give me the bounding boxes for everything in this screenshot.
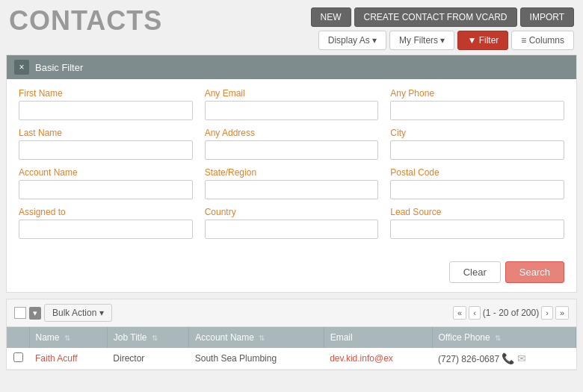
filter-field-any-email: Any Email xyxy=(205,88,379,120)
office-phone-sort-icon: ⇅ xyxy=(495,334,501,342)
row-account-name-cell: South Sea Plumbing xyxy=(189,348,324,370)
contact-table: Name ⇅ Job Title ⇅ Account Name ⇅ Email … xyxy=(7,327,576,370)
account-name-input[interactable] xyxy=(19,180,193,199)
search-button[interactable]: Search xyxy=(505,261,564,283)
toolbar-right: « ‹ (1 - 20 of 200) › » xyxy=(453,306,569,320)
col-header-checkbox xyxy=(7,327,29,348)
my-filters-button[interactable]: My Filters ▾ xyxy=(389,31,454,50)
any-email-label: Any Email xyxy=(205,88,379,99)
header-top-row: NEW CREATE CONTACT FROM VCARD IMPORT xyxy=(311,7,574,27)
state-region-label: State/Region xyxy=(205,167,379,178)
any-email-input[interactable] xyxy=(205,101,379,120)
row-checkbox-cell xyxy=(7,348,29,370)
row-phone-icon[interactable]: 📞 xyxy=(502,352,514,364)
page-header: CONTACTS NEW CREATE CONTACT FROM VCARD I… xyxy=(0,0,583,55)
country-label: Country xyxy=(205,207,379,217)
table-row: Faith Acuff Director South Sea Plumbing … xyxy=(7,348,576,370)
postal-code-input[interactable] xyxy=(390,180,564,199)
bulk-action-button[interactable]: Bulk Action ▾ xyxy=(44,304,112,322)
account-name-label: Account Name xyxy=(19,167,193,178)
account-name-sort-icon: ⇅ xyxy=(259,334,265,342)
columns-button[interactable]: ≡ Columns xyxy=(511,31,574,50)
job-title-sort-icon: ⇅ xyxy=(152,334,158,342)
city-input[interactable] xyxy=(390,140,564,160)
clear-button[interactable]: Clear xyxy=(449,261,501,283)
row-email-link[interactable]: dev.kid.info@ex xyxy=(330,353,393,364)
any-address-input[interactable] xyxy=(205,140,379,160)
pagination-text: (1 - 20 of 200) xyxy=(483,308,539,318)
filter-button[interactable]: ▼ Filter xyxy=(457,31,508,50)
filter-header: × Basic Filter xyxy=(7,55,576,79)
first-name-label: First Name xyxy=(19,88,193,99)
import-button[interactable]: IMPORT xyxy=(520,7,574,27)
filter-field-last-name: Last Name xyxy=(19,128,193,160)
name-sort-icon: ⇅ xyxy=(64,334,70,342)
filter-row-4: Assigned to Country Lead Source xyxy=(19,207,564,239)
nav-prev-button[interactable]: ‹ xyxy=(469,306,481,320)
create-contact-vcard-button[interactable]: CREATE CONTACT FROM VCARD xyxy=(354,7,517,27)
filter-field-city: City xyxy=(390,128,564,160)
col-header-name[interactable]: Name ⇅ xyxy=(29,327,107,348)
row-email-icon[interactable]: ✉ xyxy=(517,352,526,364)
lead-source-input[interactable] xyxy=(390,220,564,239)
row-account-name: South Sea Plumbing xyxy=(195,353,277,364)
filter-field-state-region: State/Region xyxy=(205,167,379,199)
row-office-phone-cell: (727) 826-0687 📞 ✉ xyxy=(432,348,576,370)
any-phone-input[interactable] xyxy=(390,101,564,120)
bulk-action-label: Bulk Action xyxy=(52,308,96,318)
select-all-checkbox[interactable] xyxy=(14,307,26,319)
nav-first-button[interactable]: « xyxy=(453,306,466,320)
filter-row-2: Last Name Any Address City xyxy=(19,128,564,160)
row-job-title: Director xyxy=(113,353,144,364)
filter-field-country: Country xyxy=(205,207,379,239)
assigned-to-input[interactable] xyxy=(19,220,193,239)
row-job-title-cell: Director xyxy=(107,348,188,370)
any-phone-label: Any Phone xyxy=(390,88,564,99)
filter-actions: Clear Search xyxy=(7,255,576,292)
filter-close-button[interactable]: × xyxy=(14,60,29,75)
filter-title: Basic Filter xyxy=(35,62,83,73)
filter-panel: × Basic Filter First Name Any Email Any … xyxy=(6,55,577,293)
filter-field-lead-source: Lead Source xyxy=(390,207,564,239)
display-as-button[interactable]: Display As ▾ xyxy=(318,31,386,50)
col-header-email: Email xyxy=(324,327,432,348)
nav-next-button[interactable]: › xyxy=(541,306,553,320)
country-input[interactable] xyxy=(205,220,379,239)
any-address-label: Any Address xyxy=(205,128,379,138)
filter-field-any-phone: Any Phone xyxy=(390,88,564,120)
state-region-input[interactable] xyxy=(205,180,379,199)
filter-row-3: Account Name State/Region Postal Code xyxy=(19,167,564,199)
table-header-row: Name ⇅ Job Title ⇅ Account Name ⇅ Email … xyxy=(7,327,576,348)
bulk-action-arrow: ▾ xyxy=(99,308,104,318)
new-button[interactable]: NEW xyxy=(311,7,351,27)
filter-field-account-name: Account Name xyxy=(19,167,193,199)
row-email-cell: dev.kid.info@ex xyxy=(324,348,432,370)
filter-field-any-address: Any Address xyxy=(205,128,379,160)
filter-field-first-name: First Name xyxy=(19,88,193,120)
filter-field-assigned-to: Assigned to xyxy=(19,207,193,239)
row-office-phone: (727) 826-0687 xyxy=(438,354,499,364)
filter-body: First Name Any Email Any Phone Last Name… xyxy=(7,79,576,255)
filter-field-postal-code: Postal Code xyxy=(390,167,564,199)
table-section: ▾ Bulk Action ▾ « ‹ (1 - 20 of 200) › » … xyxy=(6,299,577,370)
header-bottom-row: Display As ▾ My Filters ▾ ▼ Filter ≡ Col… xyxy=(318,31,574,50)
page-title: CONTACTS xyxy=(9,7,162,34)
col-header-account-name[interactable]: Account Name ⇅ xyxy=(189,327,324,348)
contact-name-link[interactable]: Faith Acuff xyxy=(35,353,77,364)
table-toolbar: ▾ Bulk Action ▾ « ‹ (1 - 20 of 200) › » xyxy=(7,299,576,327)
nav-last-button[interactable]: » xyxy=(555,306,569,320)
toolbar-left: ▾ Bulk Action ▾ xyxy=(14,304,112,322)
row-name-cell: Faith Acuff xyxy=(29,348,107,370)
city-label: City xyxy=(390,128,564,138)
select-dropdown-button[interactable]: ▾ xyxy=(29,307,41,320)
first-name-input[interactable] xyxy=(19,101,193,120)
header-buttons: NEW CREATE CONTACT FROM VCARD IMPORT Dis… xyxy=(311,7,574,50)
last-name-input[interactable] xyxy=(19,140,193,160)
last-name-label: Last Name xyxy=(19,128,193,138)
filter-row-1: First Name Any Email Any Phone xyxy=(19,88,564,120)
col-header-office-phone[interactable]: Office Phone ⇅ xyxy=(432,327,576,348)
assigned-to-label: Assigned to xyxy=(19,207,193,217)
lead-source-label: Lead Source xyxy=(390,207,564,217)
row-checkbox[interactable] xyxy=(13,352,23,362)
col-header-job-title[interactable]: Job Title ⇅ xyxy=(107,327,188,348)
